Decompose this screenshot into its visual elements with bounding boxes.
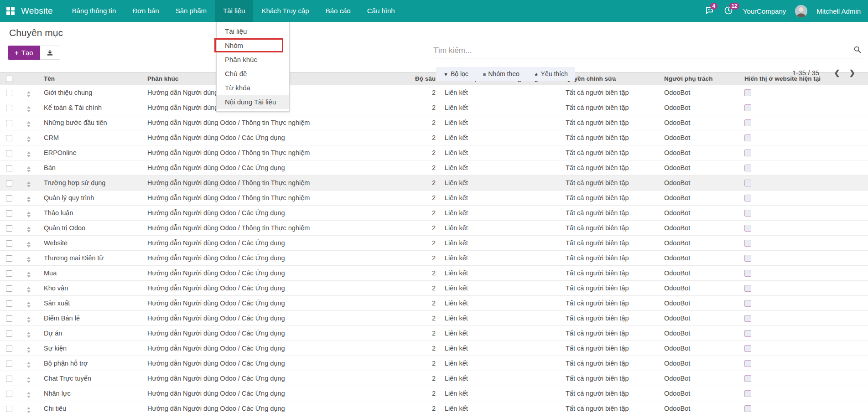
pager-next-button[interactable]: ❯: [845, 68, 860, 77]
drag-handle-icon[interactable]: [26, 301, 31, 309]
table-row[interactable]: Giới thiệu chung Hướng dẫn Người dùng Od…: [0, 85, 868, 100]
row-checkbox[interactable]: [6, 255, 12, 262]
row-checkbox[interactable]: [6, 315, 12, 322]
row-checkbox[interactable]: [6, 240, 12, 247]
drag-handle-icon[interactable]: [26, 256, 31, 263]
drag-handle-icon[interactable]: [26, 346, 31, 354]
nav-item[interactable]: Đơn bán: [124, 0, 167, 22]
drag-handle-icon[interactable]: [26, 286, 31, 294]
nav-item[interactable]: Khách Truy cập: [253, 0, 317, 22]
drag-handle-icon[interactable]: [26, 165, 31, 173]
row-checkbox[interactable]: [6, 361, 12, 367]
website-visible-checkbox[interactable]: [744, 240, 751, 247]
drag-handle-icon[interactable]: [26, 181, 31, 188]
table-row[interactable]: Thảo luận Hướng dẫn Người dùng Odoo / Cá…: [0, 206, 868, 221]
filter-button[interactable]: ≡Nhóm theo: [476, 67, 527, 82]
dropdown-menu-item[interactable]: Chủ đề: [217, 67, 289, 81]
row-checkbox[interactable]: [6, 330, 12, 337]
search-input[interactable]: [433, 46, 853, 55]
pager-previous-button[interactable]: ❮: [829, 68, 844, 77]
drag-handle-icon[interactable]: [26, 271, 31, 279]
row-checkbox[interactable]: [6, 300, 12, 307]
app-brand[interactable]: Website: [21, 6, 53, 16]
row-checkbox[interactable]: [6, 120, 12, 126]
table-row[interactable]: Mua Hướng dẫn Người dùng Odoo / Các Ứng …: [0, 266, 868, 281]
dropdown-menu-item[interactable]: Nhóm: [217, 38, 289, 52]
dropdown-menu-item[interactable]: Nội dung Tài liệu: [217, 95, 289, 109]
row-checkbox[interactable]: [6, 195, 12, 201]
table-row[interactable]: Điểm Bán lẻ Hướng dẫn Người dùng Odoo / …: [0, 311, 868, 326]
website-visible-checkbox[interactable]: [744, 210, 751, 217]
drag-handle-icon[interactable]: [26, 406, 31, 413]
column-header-owner[interactable]: Người phụ trách: [660, 72, 740, 85]
table-row[interactable]: Chi tiêu Hướng dẫn Người dùng Odoo / Các…: [0, 401, 868, 413]
dropdown-menu-item[interactable]: Từ khóa: [217, 81, 289, 95]
select-all-checkbox[interactable]: [6, 76, 12, 82]
table-row[interactable]: Bộ phận hỗ trợ Hướng dẫn Người dùng Odoo…: [0, 356, 868, 371]
row-checkbox[interactable]: [6, 165, 12, 171]
drag-handle-icon[interactable]: [26, 120, 31, 128]
drag-handle-icon[interactable]: [26, 391, 31, 399]
drag-handle-icon[interactable]: [26, 331, 31, 339]
drag-handle-icon[interactable]: [26, 105, 31, 113]
website-visible-checkbox[interactable]: [744, 300, 751, 307]
column-header-name[interactable]: Tên: [39, 72, 143, 85]
website-visible-checkbox[interactable]: [744, 195, 751, 201]
row-checkbox[interactable]: [6, 346, 12, 352]
website-visible-checkbox[interactable]: [744, 134, 751, 141]
website-visible-checkbox[interactable]: [744, 375, 751, 382]
drag-handle-icon[interactable]: [26, 211, 31, 218]
export-button[interactable]: [40, 46, 60, 60]
website-visible-checkbox[interactable]: [744, 315, 751, 322]
column-header-depth[interactable]: Độ sâu: [406, 72, 440, 85]
table-row[interactable]: Sản xuất Hướng dẫn Người dùng Odoo / Các…: [0, 296, 868, 311]
row-checkbox[interactable]: [6, 105, 12, 111]
row-checkbox[interactable]: [6, 270, 12, 277]
row-checkbox[interactable]: [6, 210, 12, 217]
table-row[interactable]: Thương mại Điện tử Hướng dẫn Người dùng …: [0, 251, 868, 266]
row-checkbox[interactable]: [6, 150, 12, 156]
table-row[interactable]: Website Hướng dẫn Người dùng Odoo / Các …: [0, 236, 868, 251]
row-checkbox[interactable]: [6, 225, 12, 232]
drag-handle-icon[interactable]: [26, 90, 31, 98]
drag-handle-icon[interactable]: [26, 196, 31, 203]
create-button[interactable]: +Tạo: [8, 46, 40, 60]
row-checkbox[interactable]: [6, 406, 12, 412]
website-visible-checkbox[interactable]: [744, 119, 751, 126]
apps-grid-icon[interactable]: [6, 7, 15, 15]
nav-item[interactable]: Cấu hình: [359, 0, 403, 22]
table-row[interactable]: Quản lý quy trình Hướng dẫn Người dùng O…: [0, 191, 868, 206]
table-row[interactable]: CRM Hướng dẫn Người dùng Odoo / Các Ứng …: [0, 130, 868, 145]
row-checkbox[interactable]: [6, 180, 12, 186]
nav-item[interactable]: Báo cáo: [317, 0, 359, 22]
drag-handle-icon[interactable]: [26, 361, 31, 369]
website-visible-checkbox[interactable]: [744, 255, 751, 262]
nav-item[interactable]: Sản phẩm: [167, 0, 215, 22]
drag-handle-icon[interactable]: [26, 376, 31, 384]
table-row[interactable]: Chat Trực tuyến Hướng dẫn Người dùng Odo…: [0, 371, 868, 386]
drag-handle-icon[interactable]: [26, 150, 31, 158]
filter-button[interactable]: ▼Bộ lọc: [436, 67, 476, 82]
website-visible-checkbox[interactable]: [744, 89, 751, 96]
website-visible-checkbox[interactable]: [744, 330, 751, 337]
table-row[interactable]: Quản trị Odoo Hướng dẫn Người dùng Odoo …: [0, 221, 868, 236]
user-menu[interactable]: Mitchell Admin: [816, 7, 861, 15]
table-row[interactable]: Sự kiện Hướng dẫn Người dùng Odoo / Các …: [0, 341, 868, 356]
column-header-rights[interactable]: Quyền chỉnh sửa: [561, 72, 660, 85]
row-checkbox[interactable]: [6, 376, 12, 382]
drag-handle-icon[interactable]: [26, 241, 31, 248]
website-visible-checkbox[interactable]: [744, 390, 751, 397]
filter-button[interactable]: ★Yêu thích: [527, 67, 575, 82]
website-visible-checkbox[interactable]: [744, 285, 751, 292]
table-row[interactable]: ERPOnline Hướng dẫn Người dùng Odoo / Th…: [0, 145, 868, 160]
website-visible-checkbox[interactable]: [744, 360, 751, 367]
row-checkbox[interactable]: [6, 285, 12, 292]
website-visible-checkbox[interactable]: [744, 180, 751, 186]
website-visible-checkbox[interactable]: [744, 345, 751, 352]
search-icon[interactable]: [853, 46, 861, 55]
row-checkbox[interactable]: [6, 90, 12, 96]
table-row[interactable]: Trường hợp sử dụng Hướng dẫn Người dùng …: [0, 176, 868, 191]
website-visible-checkbox[interactable]: [744, 104, 751, 111]
company-switcher[interactable]: YourCompany: [743, 7, 786, 15]
website-visible-checkbox[interactable]: [744, 270, 751, 277]
